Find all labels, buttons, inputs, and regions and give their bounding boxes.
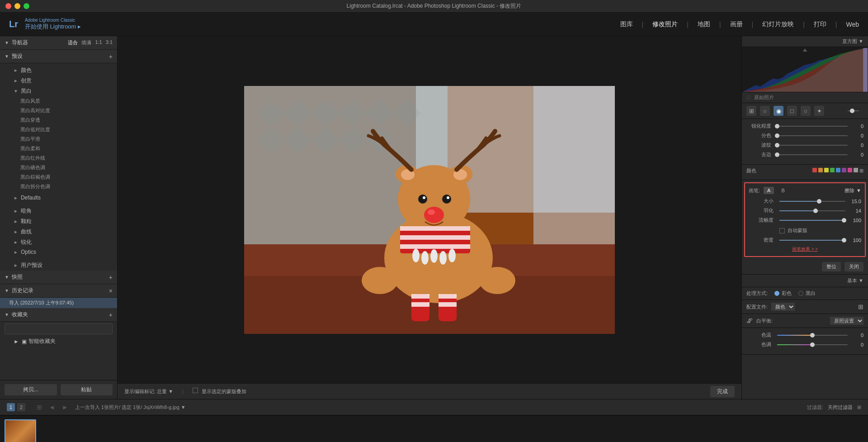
close-button[interactable]: 关闭 [844, 262, 863, 271]
preset-bw-selenium[interactable]: 黑白硒色调 [0, 163, 117, 172]
page-2[interactable]: 2 [17, 403, 25, 411]
brush-effect-link[interactable]: 画笔效果 > > [792, 246, 818, 252]
nav-map[interactable]: 地图 [698, 20, 710, 29]
radial-filter-tool[interactable]: ○ [801, 106, 811, 116]
brand-tagline[interactable]: 开始使用 Lightroom ▸ [25, 23, 81, 31]
history-item[interactable]: 导入 (2022/7/10 上午9:07:45) [0, 298, 117, 308]
preset-vignette[interactable]: ►暗角 [0, 206, 117, 216]
collections-section-header[interactable]: ▼ 收藏夹 + [0, 308, 117, 322]
sharpening-track[interactable] [777, 126, 848, 127]
preset-curves[interactable]: ►曲线 [0, 227, 117, 237]
color-swatch-gray [854, 168, 858, 172]
color-expand-icon[interactable]: ⊞ [859, 168, 863, 174]
process-color-radio[interactable] [774, 291, 779, 296]
preset-defaults[interactable]: ►Defaults [0, 193, 117, 202]
preset-bw-lowcontrast[interactable]: 黑白低对比度 [0, 125, 117, 134]
preset-sharpen[interactable]: ►锐化 [0, 237, 117, 247]
preset-bw-soft[interactable]: 黑白柔和 [0, 144, 117, 153]
adjustment-brush-tool[interactable]: ✦ [814, 106, 824, 116]
nav-slideshow[interactable]: 幻灯片放映 [762, 20, 794, 29]
nav-print[interactable]: 打印 [814, 20, 826, 29]
spot-remove-tool[interactable]: ○ [760, 106, 770, 116]
navigator-arrow: ▼ [5, 40, 9, 45]
profile-grid-icon[interactable]: ⊞ [858, 303, 863, 310]
zoom-3to1[interactable]: 3:1 [106, 39, 113, 46]
preset-bw[interactable]: ▼黑白 [0, 86, 117, 96]
film-thumbnail-1[interactable] [5, 419, 36, 442]
snapshots-section-header[interactable]: ▼ 快照 + [0, 271, 117, 284]
feather-track[interactable] [779, 210, 845, 211]
smart-collections[interactable]: ► ▣ 智能收藏夹 [0, 336, 117, 347]
exposure-slider-mini[interactable] [848, 110, 859, 111]
brush-tab-a[interactable]: A [764, 187, 774, 194]
wb-select[interactable]: 原照设置 [830, 317, 863, 325]
paste-button[interactable]: 粘贴 [61, 384, 113, 395]
next-photo-button[interactable]: ► [60, 403, 71, 412]
fringe-track[interactable] [777, 154, 848, 155]
tint-track[interactable] [777, 344, 848, 345]
filter-icon[interactable]: ⊞ [857, 404, 861, 410]
preset-color[interactable]: ►颜色 [0, 65, 117, 76]
done-button[interactable]: 完成 [710, 386, 735, 397]
nav-library[interactable]: 图库 [620, 20, 633, 29]
preset-bw-sepia[interactable]: 黑白棕褐色调 [0, 172, 117, 182]
preset-grain[interactable]: ►颗粒 [0, 216, 117, 227]
zoom-fit[interactable]: 适合 [68, 39, 78, 46]
history-section-header[interactable]: ▼ 历史记录 × [0, 284, 117, 298]
preset-bw-splittone[interactable]: 黑白拆分色调 [0, 182, 117, 191]
process-color-option[interactable]: 彩色 [774, 290, 792, 297]
navigator-section-header[interactable]: ▼ 导航器 适合 填满 1:1 3:1 [0, 36, 117, 50]
process-bw-option[interactable]: 黑白 [798, 290, 816, 297]
process-bw-radio[interactable] [798, 291, 803, 296]
preset-bw-infrared[interactable]: 黑白红外线 [0, 153, 117, 163]
brush-tab-b[interactable]: B [778, 187, 788, 194]
page-1[interactable]: 1 [7, 403, 15, 411]
crop-tool[interactable]: ⊞ [746, 106, 756, 116]
mode-label[interactable]: 基本 ▼ [847, 277, 863, 284]
show-mask-checkbox[interactable] [193, 388, 198, 393]
profile-select[interactable]: 颜色 [771, 303, 795, 311]
eyedropper-tool[interactable]: 🖇 [746, 317, 753, 324]
preset-user[interactable]: ►用户预设 [0, 260, 117, 271]
nav-web[interactable]: Web [846, 21, 859, 28]
presets-section-header[interactable]: ▼ 预设 + [0, 50, 117, 63]
collections-add-button[interactable]: + [109, 311, 113, 318]
preset-bw-landscape[interactable]: 黑白风景 [0, 96, 117, 106]
noise-track[interactable] [777, 145, 848, 146]
density-track[interactable] [779, 240, 845, 241]
size-track[interactable] [779, 201, 845, 202]
histogram-title[interactable]: 直方图 ▼ [842, 38, 863, 45]
preset-optics[interactable]: ►Optics [0, 247, 117, 257]
presets-add-button[interactable]: + [109, 53, 113, 60]
close-button[interactable] [5, 3, 11, 9]
zoom-1to1[interactable]: 1:1 [95, 39, 102, 46]
prev-photo-button[interactable]: ◄ [47, 403, 57, 412]
brush-erase-dropdown[interactable]: 擦除 ▼ [844, 187, 861, 194]
decolor-track[interactable] [777, 135, 848, 136]
preset-bw-through[interactable]: 黑白穿透 [0, 115, 117, 125]
svg-rect-45 [533, 86, 615, 244]
preset-bw-smooth[interactable]: 黑白平滑 [0, 134, 117, 144]
snapshots-add-button[interactable]: + [109, 274, 113, 281]
nav-info-text[interactable]: 上一次导入 1张照片/ 选定 1张/ JsjXnWlh8-g.jpg ▼ [75, 404, 186, 411]
filter-value[interactable]: 关闭过滤器 [828, 404, 853, 411]
zoom-fill[interactable]: 填满 [81, 39, 91, 46]
history-close-button[interactable]: × [109, 287, 113, 295]
temp-track[interactable] [777, 335, 848, 336]
maximize-button[interactable] [24, 3, 29, 9]
copy-button[interactable]: 拷贝... [5, 384, 57, 395]
show-edits-label[interactable]: 显示编辑标记: 总量 ▼ [124, 388, 173, 395]
reset-button[interactable]: 整位 [822, 262, 841, 271]
presets-arrow: ▼ [5, 54, 9, 59]
view-grid-icon[interactable]: ⊞ [34, 403, 44, 412]
red-eye-tool[interactable]: ◉ [774, 106, 783, 116]
auto-mask-checkbox[interactable] [779, 228, 785, 233]
original-photo-checkbox[interactable]: ☐ [746, 95, 750, 100]
minimize-button[interactable] [14, 3, 20, 9]
flow-track[interactable] [779, 220, 845, 221]
graduated-filter-tool[interactable]: □ [787, 106, 797, 116]
preset-bw-highcontrast[interactable]: 黑白高对比度 [0, 106, 117, 115]
nav-book[interactable]: 画册 [730, 20, 743, 29]
nav-develop[interactable]: 修改照片 [652, 20, 678, 29]
preset-creative[interactable]: ►创意 [0, 76, 117, 86]
